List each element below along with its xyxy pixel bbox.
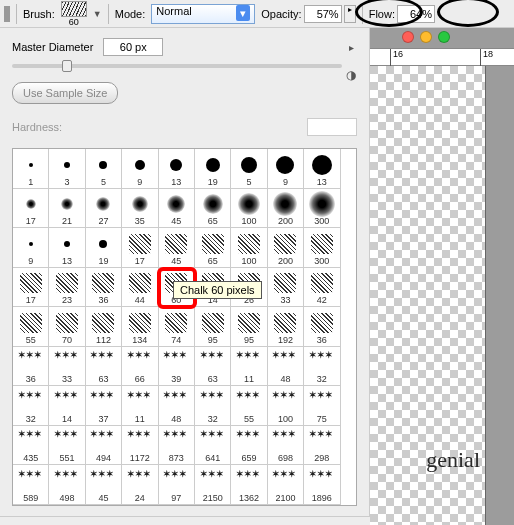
brush-preset[interactable]: 45 <box>159 189 195 229</box>
brush-preset[interactable]: ✶✶✶37 <box>86 386 122 426</box>
brush-preset[interactable]: ✶✶✶1922 <box>49 505 85 506</box>
brush-preset[interactable]: ✶✶✶36 <box>13 347 49 387</box>
brush-preset[interactable]: 112 <box>86 307 122 347</box>
brush-preset[interactable]: ✶✶✶100 <box>268 386 304 426</box>
minimize-icon[interactable] <box>420 31 432 43</box>
brush-preset[interactable]: 65 <box>195 189 231 229</box>
brush-preset[interactable]: ✶✶✶48 <box>159 386 195 426</box>
brush-preset[interactable]: 13 <box>49 228 85 268</box>
brush-preset[interactable]: 3 <box>49 149 85 189</box>
brush-preset[interactable]: 19 <box>195 149 231 189</box>
brush-picker-scroll[interactable]: 1359131959131721273545651002003009131917… <box>13 149 356 505</box>
brush-preset[interactable]: ✶✶✶32 <box>304 347 340 387</box>
brush-preset[interactable]: ✶✶✶2078 <box>304 505 340 506</box>
brush-preset[interactable]: 35 <box>122 189 158 229</box>
brush-preset[interactable]: ✶✶✶1172 <box>122 426 158 466</box>
brush-preset[interactable]: ✶✶✶63 <box>195 347 231 387</box>
brush-preset[interactable]: ✶✶✶75 <box>304 386 340 426</box>
flow-input[interactable]: 64% <box>397 5 435 23</box>
brush-preset[interactable]: 95 <box>195 307 231 347</box>
brush-preset[interactable]: ✶✶✶48 <box>268 347 304 387</box>
brush-preset[interactable]: 300 <box>304 189 340 229</box>
master-diameter-slider[interactable] <box>12 64 342 68</box>
brush-preset[interactable]: ✶✶✶24 <box>122 465 158 505</box>
brush-preset[interactable]: 17 <box>13 189 49 229</box>
brush-preset[interactable]: 55 <box>13 307 49 347</box>
close-icon[interactable] <box>402 31 414 43</box>
brush-preset[interactable]: ✶✶✶1876 <box>195 505 231 506</box>
brush-preset[interactable]: ✶✶✶435 <box>13 426 49 466</box>
brush-preset[interactable]: ✶✶✶45 <box>86 465 122 505</box>
brush-preset[interactable]: ✶✶✶1896 <box>304 465 340 505</box>
brush-preset[interactable]: 19 <box>86 228 122 268</box>
zoom-icon[interactable] <box>438 31 450 43</box>
brush-preset[interactable]: ✶✶✶298 <box>304 426 340 466</box>
brush-preset[interactable]: ✶✶✶641 <box>195 426 231 466</box>
blend-mode-select[interactable]: Normal ▾ <box>151 4 255 24</box>
brush-preset[interactable]: ✶✶✶63 <box>86 347 122 387</box>
brush-preset[interactable]: ✶✶✶2291 <box>231 505 267 506</box>
master-diameter-input[interactable] <box>103 38 163 56</box>
opacity-input[interactable]: 57% <box>304 5 342 23</box>
brush-preset[interactable]: ✶✶✶66 <box>122 347 158 387</box>
brush-preset[interactable]: 13 <box>304 149 340 189</box>
brush-preset[interactable]: ✶✶✶2100 <box>268 465 304 505</box>
brush-preset[interactable]: ✶✶✶498 <box>49 465 85 505</box>
brush-preset[interactable]: 1 <box>13 149 49 189</box>
brush-preset[interactable]: 70 <box>49 307 85 347</box>
brush-preset[interactable]: ✶✶✶1934 <box>122 505 158 506</box>
brush-preset[interactable]: ✶✶✶11 <box>231 347 267 387</box>
brush-preset[interactable]: 21 <box>49 189 85 229</box>
brush-preset[interactable]: ✶✶✶551 <box>49 426 85 466</box>
brush-preset[interactable]: 74 <box>159 307 195 347</box>
brush-preset[interactable]: 100 <box>231 189 267 229</box>
use-sample-size-button[interactable]: Use Sample Size <box>12 82 118 104</box>
brush-preset[interactable]: 33 <box>268 268 304 308</box>
brush-preset[interactable]: ✶✶✶55 <box>231 386 267 426</box>
window-controls[interactable] <box>402 31 450 43</box>
brush-preset[interactable]: 9 <box>122 149 158 189</box>
brush-preset[interactable]: ✶✶✶33 <box>49 347 85 387</box>
brush-preset[interactable]: 5 <box>231 149 267 189</box>
brush-preset[interactable]: ✶✶✶2286 <box>13 505 49 506</box>
brush-preset[interactable]: 13 <box>159 149 195 189</box>
flyout-play-icon[interactable]: ▸ <box>343 40 359 54</box>
brush-preset[interactable]: 17 <box>13 268 49 308</box>
brush-preset[interactable]: 300 <box>304 228 340 268</box>
brush-preset[interactable]: 9 <box>268 149 304 189</box>
brush-preset[interactable]: 36 <box>304 307 340 347</box>
brush-preset[interactable]: 192 <box>268 307 304 347</box>
brush-preset[interactable]: ✶✶✶32 <box>195 386 231 426</box>
brush-preset[interactable]: 9 <box>13 228 49 268</box>
brush-preset[interactable]: ✶✶✶589 <box>13 465 49 505</box>
brush-preset[interactable]: ✶✶✶1955 <box>268 505 304 506</box>
brush-preset[interactable]: 44 <box>122 268 158 308</box>
brush-preset-dropdown[interactable]: 60 <box>61 1 87 27</box>
horizontal-ruler[interactable]: 16 18 <box>370 48 514 66</box>
chevron-down-icon[interactable]: ▼ <box>93 9 102 19</box>
brush-preset[interactable]: ✶✶✶2150 <box>195 465 231 505</box>
brush-preset[interactable]: 95 <box>231 307 267 347</box>
brush-preset[interactable]: 27 <box>86 189 122 229</box>
brush-preset[interactable]: 17 <box>122 228 158 268</box>
brush-preset[interactable]: 5 <box>86 149 122 189</box>
brush-preset[interactable]: 100 <box>231 228 267 268</box>
brush-preset[interactable]: 45 <box>159 228 195 268</box>
brush-preset[interactable]: 23 <box>49 268 85 308</box>
brush-preset[interactable]: 134 <box>122 307 158 347</box>
brush-preset[interactable]: ✶✶✶494 <box>86 426 122 466</box>
opacity-flyout-button[interactable]: ▸ <box>344 5 356 23</box>
brush-preset[interactable]: 65 <box>195 228 231 268</box>
brush-preset[interactable]: ✶✶✶1362 <box>231 465 267 505</box>
brush-preset[interactable]: ✶✶✶11 <box>122 386 158 426</box>
brush-preset[interactable]: ✶✶✶1967 <box>86 505 122 506</box>
brush-preset[interactable]: 200 <box>268 189 304 229</box>
brush-preset[interactable]: ✶✶✶873 <box>159 426 195 466</box>
brush-preset[interactable]: ✶✶✶14 <box>49 386 85 426</box>
brush-preset[interactable]: ✶✶✶1761 <box>159 505 195 506</box>
brush-preset[interactable]: ✶✶✶39 <box>159 347 195 387</box>
brush-preset[interactable]: 200 <box>268 228 304 268</box>
brush-preset[interactable]: ✶✶✶698 <box>268 426 304 466</box>
brush-preset[interactable]: ✶✶✶32 <box>13 386 49 426</box>
hardness-input[interactable] <box>307 118 357 136</box>
